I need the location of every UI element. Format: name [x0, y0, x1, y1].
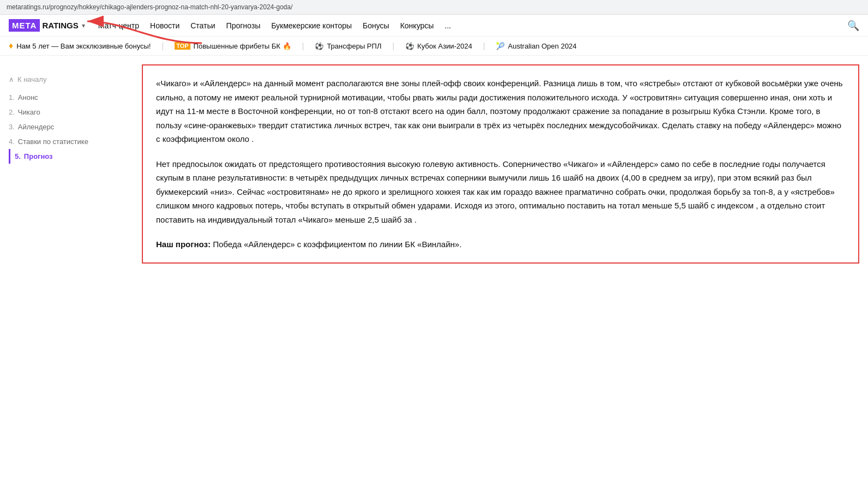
logo[interactable]: ΜΕΤΑ RATINGS ▾	[9, 19, 85, 32]
article-content: «Чикаго» и «Айлендерс» на данный момент …	[142, 64, 859, 264]
nav-more[interactable]: ...	[445, 21, 451, 30]
toc-label-4: Ставки по статистике	[18, 138, 88, 146]
promo-anniversary-text: Нам 5 лет — Вам эксклюзивные бонусы!	[16, 42, 151, 50]
article-paragraph-2: Нет предпосылок ожидать от предстоящего …	[156, 157, 845, 227]
promo-freebet-text: Повышенные фрибеты БК 🔥	[194, 42, 291, 50]
chevron-up-icon: ∧	[9, 75, 14, 83]
conclusion-label: Наш прогноз:	[156, 240, 211, 249]
toc-item-3[interactable]: 3. Айлендерс	[9, 120, 129, 134]
promo-anniversary[interactable]: ♦ Нам 5 лет — Вам эксклюзивные бонусы!	[9, 41, 151, 51]
nav-match-center[interactable]: Матч-центр	[98, 21, 139, 30]
toc-num-2: 2.	[9, 108, 15, 116]
promo-freebet[interactable]: TOP Повышенные фрибеты БК 🔥	[175, 42, 291, 50]
promo-australian-open[interactable]: 🎾 Australian Open 2024	[496, 42, 577, 50]
article-paragraph-1: «Чикаго» и «Айлендерс» на данный момент …	[156, 76, 845, 146]
toc-item-1[interactable]: 1. Анонс	[9, 90, 129, 105]
toc-item-4[interactable]: 4. Ставки по статистике	[9, 134, 129, 149]
promo-australian-open-text: Australian Open 2024	[508, 42, 577, 50]
nav-bookmakers[interactable]: Букмекерские конторы	[271, 21, 352, 30]
conclusion-text: Победа «Айлендерс» с коэффициентом по ли…	[213, 240, 462, 249]
nav-prognoz[interactable]: Прогнозы	[226, 21, 261, 30]
main-content: ∧ К началу 1. Анонс 2. Чикаго 3. Айленде…	[0, 56, 868, 272]
url-text: metaratings.ru/prognozy/hokkey/chikago-a…	[7, 3, 292, 11]
diamond-icon: ♦	[9, 41, 13, 51]
toc-back-link[interactable]: ∧ К началу	[9, 75, 129, 83]
toc-num-5: 5.	[15, 152, 21, 160]
nav-bonuses[interactable]: Бонусы	[363, 21, 390, 30]
soccer-icon-2: ⚽	[405, 42, 414, 50]
promo-transfers-text: Трансферы РПЛ	[327, 42, 381, 50]
nav-contests[interactable]: Конкурсы	[400, 21, 434, 30]
promo-divider-3: |	[392, 41, 394, 50]
toc-label-3: Айлендерс	[18, 123, 54, 131]
tennis-icon: 🎾	[496, 42, 505, 50]
toc-label-5: Прогноз	[24, 152, 53, 160]
logo-ratings: RATINGS	[42, 21, 78, 30]
promo-asia-cup[interactable]: ⚽ Кубок Азии-2024	[405, 42, 472, 50]
toc-label-2: Чикаго	[18, 108, 40, 116]
soccer-icon-1: ⚽	[315, 42, 324, 50]
promo-divider-1: |	[162, 41, 164, 50]
sidebar-toc: ∧ К началу 1. Анонс 2. Чикаго 3. Айленде…	[9, 64, 129, 264]
article-conclusion: Наш прогноз: Победа «Айлендерс» с коэффи…	[156, 237, 845, 252]
logo-meta: ΜΕΤΑ	[9, 19, 40, 32]
search-icon[interactable]: 🔍	[847, 20, 859, 32]
logo-chevron-icon[interactable]: ▾	[82, 22, 85, 29]
toc-num-1: 1.	[9, 93, 15, 101]
nav-links: Матч-центр Новости Статьи Прогнозы Букме…	[98, 21, 834, 30]
top-navigation: ΜΕΤΑ RATINGS ▾ Матч-центр Новости Статьи…	[0, 15, 868, 37]
top-icon: TOP	[175, 42, 190, 50]
nav-news[interactable]: Новости	[150, 21, 179, 30]
toc-label-1: Анонс	[18, 93, 38, 101]
nav-articles[interactable]: Статьи	[190, 21, 215, 30]
promo-divider-2: |	[302, 41, 304, 50]
promo-transfers[interactable]: ⚽ Трансферы РПЛ	[315, 42, 381, 50]
toc-item-5[interactable]: 5. Прогноз	[9, 149, 129, 164]
toc-item-2[interactable]: 2. Чикаго	[9, 105, 129, 120]
promo-bar: ♦ Нам 5 лет — Вам эксклюзивные бонусы! |…	[0, 37, 868, 56]
promo-divider-4: |	[483, 41, 485, 50]
toc-back-label: К началу	[17, 75, 46, 83]
promo-asia-cup-text: Кубок Азии-2024	[417, 42, 472, 50]
toc-num-3: 3.	[9, 123, 15, 131]
toc-num-4: 4.	[9, 138, 15, 146]
address-bar: metaratings.ru/prognozy/hokkey/chikago-a…	[0, 0, 868, 15]
